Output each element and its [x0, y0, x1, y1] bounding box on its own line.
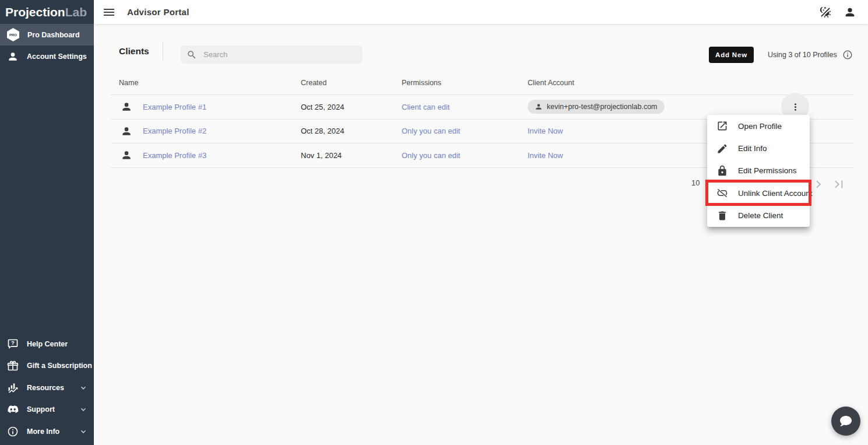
search-box [181, 45, 363, 64]
menu-item-delete-client[interactable]: Delete Client [707, 205, 810, 227]
menu-item-label: Edit Info [738, 144, 767, 153]
menu-item-unlink-client-account[interactable]: Unlink Client Account [707, 182, 810, 204]
account-icon[interactable] [844, 6, 856, 19]
permissions-link[interactable]: Only you can edit [402, 127, 460, 135]
name-cell: Example Profile #3 [111, 149, 301, 161]
help-chat-icon: ? [7, 338, 19, 350]
sidebar-item-help-center[interactable]: ? Help Center [0, 333, 94, 355]
menu-item-label: Delete Client [738, 211, 783, 220]
sidebar: ProjectionLab PRO Pro Dashboard Account … [0, 0, 94, 445]
chevron-down-icon [79, 427, 88, 436]
created-cell: Oct 25, 2024 [301, 103, 402, 111]
created-cell: Nov 1, 2024 [301, 151, 402, 160]
chevron-down-icon [79, 383, 88, 393]
sidebar-item-pro-dashboard[interactable]: PRO Pro Dashboard [0, 24, 94, 45]
menu-item-edit-permissions[interactable]: Edit Permissions [707, 160, 810, 182]
invite-now-link[interactable]: Invite Now [528, 151, 563, 160]
menu-item-label: Unlink Client Account [738, 189, 813, 198]
last-page-button[interactable] [831, 177, 846, 192]
profile-name-link[interactable]: Example Profile #1 [143, 103, 206, 111]
sidebar-item-label: Gift a Subscription [27, 362, 92, 370]
page-last-icon [831, 177, 846, 192]
toolbar-divider [163, 42, 163, 60]
menu-item-label: Edit Permissions [738, 166, 797, 175]
profile-name-link[interactable]: Example Profile #2 [143, 127, 206, 135]
sidebar-item-label: Support [27, 405, 55, 414]
pencil-icon [716, 143, 728, 155]
logo-secondary: Lab [65, 5, 87, 19]
invite-now-link[interactable]: Invite Now [528, 127, 563, 135]
sidebar-item-gift-subscription[interactable]: Gift a Subscription [0, 355, 94, 377]
theme-toggle-icon[interactable] [819, 6, 832, 19]
menu-item-edit-info[interactable]: Edit Info [707, 137, 810, 159]
page-title: Advisor Portal [127, 7, 189, 17]
client-account-chip[interactable]: kevin+pro-test@projectionlab.com [528, 100, 665, 114]
sidebar-item-account-settings[interactable]: Account Settings [0, 45, 94, 67]
sidebar-item-label: More Info [27, 428, 59, 436]
logo-primary: Projection [5, 5, 65, 19]
advisor-portal-page: Advisor Portal ProjectionLab PRO Pro Das… [0, 0, 868, 445]
table-header: Name Created Permissions Client Account [111, 71, 853, 95]
chat-bubble-icon [839, 414, 853, 428]
hamburger-menu-button[interactable] [102, 5, 116, 19]
person-icon [121, 101, 132, 113]
add-new-button[interactable]: Add New [709, 47, 754, 63]
menu-item-label: Open Profile [738, 122, 782, 131]
person-icon [121, 149, 132, 161]
info-icon[interactable] [842, 50, 853, 60]
top-bar: Advisor Portal [94, 0, 868, 24]
name-cell: Example Profile #2 [111, 125, 301, 137]
person-icon [121, 125, 132, 137]
clients-heading: Clients [119, 46, 149, 57]
column-header-name[interactable]: Name [111, 79, 301, 87]
pro-hexagon-icon: PRO [7, 28, 19, 41]
person-icon [535, 103, 543, 111]
row-context-menu: Open Profile Edit Info Edit Permissions … [707, 115, 810, 227]
permissions-link[interactable]: Client can edit [402, 103, 449, 111]
next-page-button[interactable] [811, 177, 826, 192]
gift-icon [7, 360, 19, 372]
usage-text: Using 3 of 10 Profiles [768, 51, 837, 59]
sidebar-item-label: Help Center [27, 340, 68, 348]
discord-icon [7, 404, 19, 415]
client-email: kevin+pro-test@projectionlab.com [547, 103, 658, 111]
name-cell: Example Profile #1 [111, 101, 301, 113]
topbar-actions [819, 6, 856, 19]
menu-item-open-profile[interactable]: Open Profile [707, 115, 810, 137]
lock-icon [716, 165, 728, 177]
projectionlab-logo[interactable]: ProjectionLab [0, 0, 94, 24]
column-header-created[interactable]: Created [301, 79, 402, 87]
open-in-new-icon [716, 120, 728, 132]
created-cell: Oct 28, 2024 [301, 127, 402, 135]
chat-fab-button[interactable] [831, 407, 860, 436]
sidebar-item-label: Resources [27, 384, 64, 392]
sidebar-item-label: Account Settings [27, 52, 87, 61]
chart-growth-icon [7, 382, 19, 394]
sidebar-item-more-info[interactable]: More Info [0, 421, 94, 443]
svg-text:?: ? [11, 340, 15, 346]
profile-usage: Using 3 of 10 Profiles [768, 47, 853, 62]
sidebar-item-resources[interactable]: Resources [0, 377, 94, 399]
chevron-down-icon [79, 405, 88, 414]
rows-per-page-select[interactable]: 10 [691, 178, 700, 187]
column-header-permissions[interactable]: Permissions [402, 79, 528, 87]
column-header-client-account[interactable]: Client Account [528, 79, 760, 87]
sidebar-item-support[interactable]: Support [0, 399, 94, 421]
sidebar-bottom-nav: ? Help Center Gift a Subscription Resour… [0, 333, 94, 443]
trash-icon [716, 210, 728, 222]
kebab-icon [790, 101, 801, 113]
search-icon [187, 50, 197, 60]
chevron-right-icon [811, 177, 826, 192]
person-icon [7, 51, 19, 62]
sidebar-item-label: Pro Dashboard [27, 31, 80, 39]
link-off-icon [716, 187, 728, 199]
info-icon [7, 426, 19, 437]
search-input[interactable] [202, 50, 363, 59]
permissions-link[interactable]: Only you can edit [402, 151, 460, 160]
hamburger-icon [102, 5, 116, 19]
profile-name-link[interactable]: Example Profile #3 [143, 151, 206, 160]
